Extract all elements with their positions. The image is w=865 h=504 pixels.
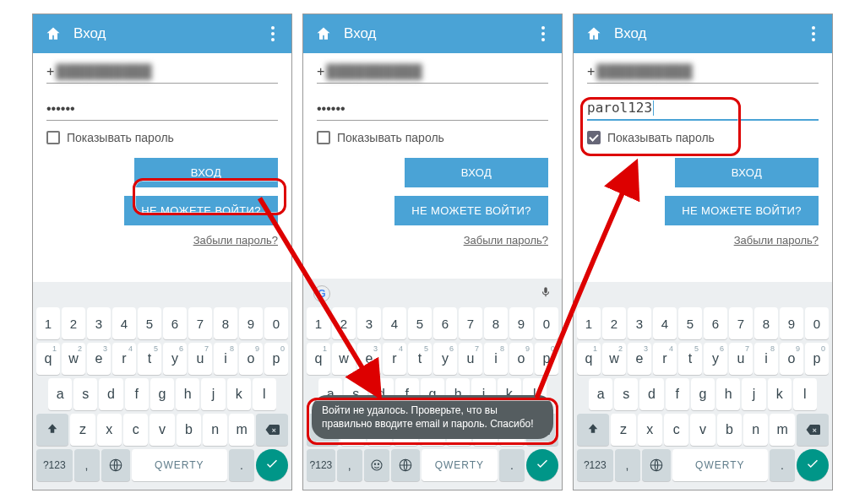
key-x[interactable]: x	[638, 414, 662, 446]
password-input[interactable]: parol123	[587, 102, 819, 121]
key-d[interactable]: d	[99, 378, 122, 410]
key-b[interactable]: b	[177, 414, 201, 446]
key-8[interactable]: 8	[754, 307, 778, 339]
key-w[interactable]: w2	[62, 343, 85, 375]
key-.[interactable]: .	[229, 449, 254, 481]
key-enter[interactable]	[526, 449, 558, 481]
key-r[interactable]: r4	[653, 343, 677, 375]
key-y[interactable]: y6	[433, 343, 457, 375]
key-7[interactable]: 7	[729, 307, 753, 339]
key-r[interactable]: r4	[112, 343, 136, 375]
key-3[interactable]: 3	[628, 307, 651, 339]
key-r[interactable]: r4	[383, 343, 406, 375]
phone-input[interactable]: + ██████████	[587, 65, 819, 84]
phone-input[interactable]: + ██████████	[46, 65, 278, 84]
key-t[interactable]: t5	[408, 343, 432, 375]
key-g[interactable]: g	[150, 378, 174, 410]
google-icon[interactable]: G	[313, 285, 330, 302]
key-z[interactable]: z	[70, 414, 95, 446]
key-globe[interactable]	[391, 449, 420, 481]
key-k[interactable]: k	[227, 378, 251, 410]
key-l[interactable]: l	[793, 378, 817, 410]
key-w[interactable]: w2	[602, 343, 626, 375]
overflow-menu-icon[interactable]	[807, 26, 820, 41]
key-h[interactable]: h	[176, 378, 199, 410]
key-emoji[interactable]	[364, 449, 389, 481]
key-7[interactable]: 7	[459, 307, 482, 339]
key-f[interactable]: f	[666, 378, 689, 410]
key-o[interactable]: o9	[509, 343, 533, 375]
login-button[interactable]: ВХОД	[675, 158, 819, 187]
trouble-button[interactable]: НЕ МОЖЕТЕ ВОЙТИ?	[394, 196, 548, 225]
key-?123[interactable]: ?123	[577, 449, 613, 481]
forgot-password-link[interactable]: Забыли пароль?	[464, 234, 548, 247]
key-8[interactable]: 8	[484, 307, 508, 339]
key-i[interactable]: i8	[214, 343, 237, 375]
key-5[interactable]: 5	[678, 307, 702, 339]
key-7[interactable]: 7	[188, 307, 212, 339]
key-s[interactable]: s	[614, 378, 638, 410]
key-e[interactable]: e3	[628, 343, 651, 375]
key-d[interactable]: d	[639, 378, 663, 410]
key-n[interactable]: n	[203, 414, 227, 446]
key-6[interactable]: 6	[433, 307, 457, 339]
key-u[interactable]: u7	[459, 343, 482, 375]
key-l[interactable]: l	[253, 378, 276, 410]
forgot-password-link[interactable]: Забыли пароль?	[734, 234, 819, 247]
key-9[interactable]: 9	[780, 307, 803, 339]
key-enter[interactable]	[797, 449, 829, 481]
key-j[interactable]: j	[201, 378, 225, 410]
key-shift[interactable]	[36, 414, 68, 446]
forgot-password-link[interactable]: Забыли пароль?	[193, 234, 278, 247]
key-m[interactable]: m	[770, 414, 794, 446]
key-t[interactable]: t5	[678, 343, 702, 375]
key-q[interactable]: q1	[307, 343, 330, 375]
key-b[interactable]: b	[717, 414, 742, 446]
key-4[interactable]: 4	[112, 307, 136, 339]
password-input[interactable]: ••••••	[46, 102, 278, 121]
key-?123[interactable]: ?123	[307, 449, 335, 481]
key-6[interactable]: 6	[163, 307, 187, 339]
key-v[interactable]: v	[690, 414, 715, 446]
key-t[interactable]: t5	[138, 343, 161, 375]
show-password-checkbox[interactable]: Показывать пароль	[587, 131, 819, 144]
key-qwerty[interactable]: QWERTY	[422, 449, 498, 481]
key-9[interactable]: 9	[509, 307, 533, 339]
key-w[interactable]: w2	[332, 343, 356, 375]
password-input[interactable]: ••••••	[317, 102, 548, 121]
key-0[interactable]: 0	[535, 307, 558, 339]
key-2[interactable]: 2	[602, 307, 626, 339]
key-,[interactable]: ,	[337, 449, 362, 481]
key-shift[interactable]	[577, 414, 609, 446]
key-x[interactable]: x	[97, 414, 122, 446]
key-5[interactable]: 5	[408, 307, 432, 339]
key-e[interactable]: e3	[87, 343, 111, 375]
key-1[interactable]: 1	[577, 307, 601, 339]
key-5[interactable]: 5	[138, 307, 161, 339]
home-icon[interactable]	[585, 25, 602, 42]
show-password-checkbox[interactable]: Показывать пароль	[317, 131, 548, 144]
key-.[interactable]: .	[499, 449, 525, 481]
mic-icon[interactable]	[540, 286, 552, 301]
key-3[interactable]: 3	[357, 307, 381, 339]
key-4[interactable]: 4	[653, 307, 677, 339]
key-u[interactable]: u7	[729, 343, 753, 375]
key-k[interactable]: k	[768, 378, 792, 410]
key-y[interactable]: y6	[163, 343, 187, 375]
key-4[interactable]: 4	[383, 307, 406, 339]
key-c[interactable]: c	[664, 414, 688, 446]
key-e[interactable]: e3	[357, 343, 381, 375]
key-8[interactable]: 8	[214, 307, 237, 339]
key-a[interactable]: a	[48, 378, 72, 410]
key-,[interactable]: ,	[74, 449, 100, 481]
overflow-menu-icon[interactable]	[266, 26, 280, 41]
show-password-checkbox[interactable]: Показывать пароль	[46, 131, 278, 144]
key-n[interactable]: n	[743, 414, 768, 446]
key-globe[interactable]	[642, 449, 671, 481]
overflow-menu-icon[interactable]	[536, 26, 550, 41]
key-backspace[interactable]	[256, 414, 288, 446]
key-qwerty[interactable]: QWERTY	[132, 449, 227, 481]
login-button[interactable]: ВХОД	[134, 158, 278, 187]
key-.[interactable]: .	[770, 449, 795, 481]
key-v[interactable]: v	[150, 414, 174, 446]
